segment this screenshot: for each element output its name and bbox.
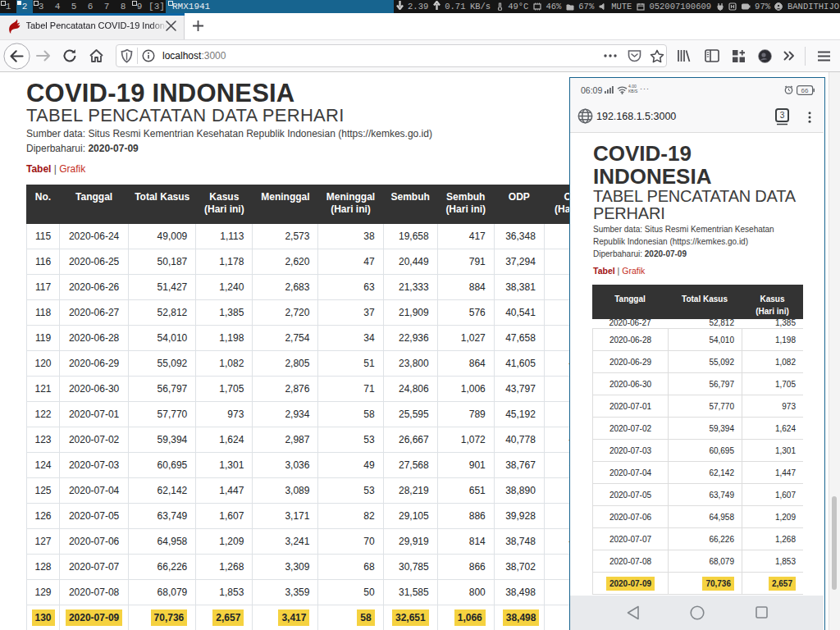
svg-text:66: 66 [801, 87, 809, 94]
svg-text:3: 3 [780, 111, 785, 120]
